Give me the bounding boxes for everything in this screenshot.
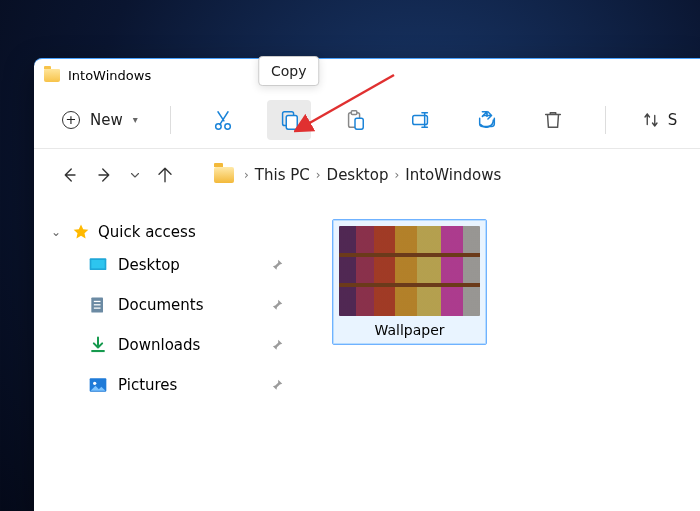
svg-point-1 <box>225 123 231 129</box>
breadcrumb-item[interactable]: IntoWindows <box>405 166 501 184</box>
arrow-left-icon <box>60 166 78 184</box>
content-pane[interactable]: Wallpaper <box>314 201 700 511</box>
sort-icon <box>642 111 660 129</box>
explorer-window: IntoWindows + New ▾ Copy <box>34 58 700 511</box>
documents-icon <box>88 295 108 315</box>
file-label: Wallpaper <box>339 316 480 338</box>
new-button-label: New <box>90 111 123 129</box>
star-icon <box>72 223 90 241</box>
recent-locations-button[interactable] <box>124 158 146 192</box>
sidebar-item-label: Downloads <box>118 336 200 354</box>
window-title: IntoWindows <box>68 68 151 83</box>
pin-icon <box>270 258 284 272</box>
cut-icon <box>212 109 234 131</box>
svg-rect-3 <box>286 115 297 129</box>
arrow-up-icon <box>156 166 174 184</box>
cut-button[interactable] <box>201 100 245 140</box>
breadcrumb[interactable]: › This PC › Desktop › IntoWindows <box>214 166 501 184</box>
rename-button[interactable] <box>399 100 443 140</box>
arrow-right-icon <box>96 166 114 184</box>
svg-rect-11 <box>94 301 101 302</box>
pin-icon <box>270 378 284 392</box>
svg-rect-14 <box>91 350 104 352</box>
sidebar-item-label: Desktop <box>118 256 180 274</box>
new-button[interactable]: + New ▾ <box>52 105 148 135</box>
plus-circle-icon: + <box>62 111 80 129</box>
file-item-selected[interactable]: Wallpaper <box>332 219 487 345</box>
explorer-body: ⌄ Quick access Desktop Documents <box>34 201 700 511</box>
folder-icon <box>44 69 60 82</box>
chevron-down-icon: ⌄ <box>48 225 64 239</box>
delete-button[interactable] <box>531 100 575 140</box>
file-thumbnail <box>339 226 480 316</box>
paste-icon <box>344 109 366 131</box>
title-bar[interactable]: IntoWindows <box>34 59 700 91</box>
sidebar-item-downloads[interactable]: Downloads <box>42 325 306 365</box>
copy-tooltip: Copy <box>258 56 320 86</box>
pin-icon <box>270 298 284 312</box>
sidebar-item-label: Documents <box>118 296 204 314</box>
pin-icon <box>270 338 284 352</box>
command-bar: + New ▾ Copy S <box>34 91 700 149</box>
nav-row: › This PC › Desktop › IntoWindows <box>34 149 700 201</box>
sidebar-item-label: Pictures <box>118 376 177 394</box>
share-icon <box>476 109 498 131</box>
breadcrumb-item[interactable]: Desktop <box>327 166 389 184</box>
folder-icon <box>214 167 234 183</box>
sort-button[interactable]: S <box>642 111 678 129</box>
delete-icon <box>542 109 564 131</box>
up-button[interactable] <box>148 158 182 192</box>
separator <box>605 106 606 134</box>
chevron-right-icon: › <box>394 168 399 182</box>
svg-rect-9 <box>91 260 104 268</box>
rename-icon <box>410 109 432 131</box>
chevron-down-icon <box>129 169 141 181</box>
svg-rect-6 <box>355 118 363 129</box>
share-button[interactable] <box>465 100 509 140</box>
chevron-right-icon: › <box>244 168 249 182</box>
svg-rect-12 <box>94 304 101 305</box>
sidebar-item-pictures[interactable]: Pictures <box>42 365 306 405</box>
back-button[interactable] <box>52 158 86 192</box>
svg-rect-5 <box>351 110 357 114</box>
quick-access-header[interactable]: ⌄ Quick access <box>42 219 306 245</box>
quick-access-label: Quick access <box>98 223 196 241</box>
copy-button[interactable]: Copy <box>267 100 311 140</box>
sidebar-item-desktop[interactable]: Desktop <box>42 245 306 285</box>
desktop-icon <box>88 255 108 275</box>
forward-button[interactable] <box>88 158 122 192</box>
svg-point-0 <box>215 123 221 129</box>
svg-point-16 <box>93 382 96 385</box>
chevron-down-icon: ▾ <box>133 114 138 125</box>
svg-rect-13 <box>94 308 101 309</box>
downloads-icon <box>88 335 108 355</box>
sidebar-item-documents[interactable]: Documents <box>42 285 306 325</box>
breadcrumb-item[interactable]: This PC <box>255 166 310 184</box>
chevron-right-icon: › <box>316 168 321 182</box>
separator <box>170 106 171 134</box>
pictures-icon <box>88 375 108 395</box>
paste-button[interactable] <box>333 100 377 140</box>
copy-icon <box>278 109 300 131</box>
navigation-pane: ⌄ Quick access Desktop Documents <box>34 201 314 511</box>
sort-label: S <box>668 111 678 129</box>
